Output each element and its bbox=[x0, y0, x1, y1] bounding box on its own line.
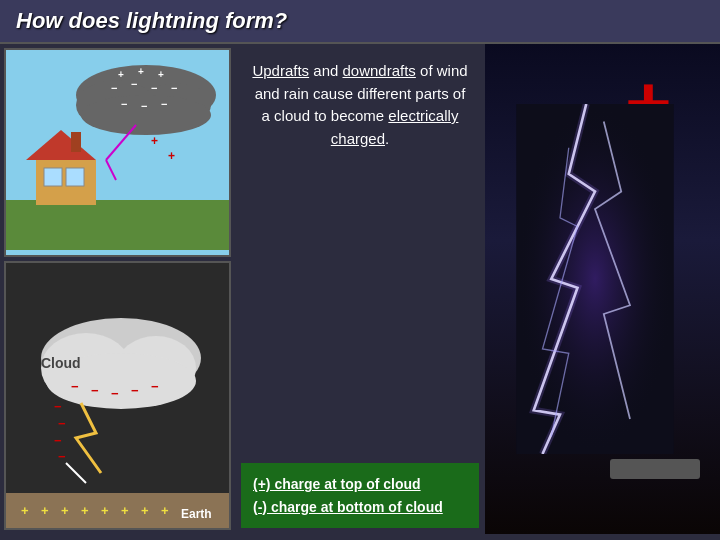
svg-text:−: − bbox=[54, 433, 62, 448]
svg-text:−: − bbox=[131, 383, 139, 398]
charge-info-box: (+) charge at top of cloud (-) charge at… bbox=[241, 463, 479, 528]
negative-charge-bar bbox=[610, 459, 700, 479]
lightning-background: + bbox=[485, 44, 720, 534]
svg-text:+: + bbox=[121, 503, 129, 518]
svg-text:+: + bbox=[141, 503, 149, 518]
main-text-box: Updrafts and downdrafts of wind and rain… bbox=[241, 50, 479, 459]
svg-text:+: + bbox=[138, 66, 144, 77]
svg-text:+: + bbox=[118, 69, 124, 80]
svg-text:−: − bbox=[171, 82, 177, 94]
middle-panel: Updrafts and downdrafts of wind and rain… bbox=[235, 44, 485, 534]
svg-text:−: − bbox=[151, 379, 159, 394]
title-bar: How does lightning form? bbox=[0, 0, 720, 44]
svg-text:Earth: Earth bbox=[181, 507, 212, 521]
svg-rect-22 bbox=[71, 132, 81, 152]
svg-text:−: − bbox=[54, 399, 62, 414]
svg-text:−: − bbox=[111, 386, 119, 401]
page-title: How does lightning form? bbox=[16, 8, 704, 34]
svg-text:+: + bbox=[61, 503, 69, 518]
svg-rect-23 bbox=[44, 168, 62, 186]
svg-text:−: − bbox=[58, 449, 66, 464]
svg-text:−: − bbox=[121, 98, 127, 110]
svg-text:−: − bbox=[58, 416, 66, 431]
cloud-charges-diagram: Cloud − − − − − − − − − bbox=[4, 261, 231, 530]
svg-text:−: − bbox=[131, 78, 137, 90]
svg-rect-24 bbox=[66, 168, 84, 186]
cloud-charges-svg: Cloud − − − − − − − − − bbox=[6, 263, 231, 530]
house-diagram-svg: − − − − − − − + + + + + bbox=[6, 50, 231, 250]
downdrafts-text: downdrafts bbox=[343, 62, 416, 79]
house-diagram: FIGURE 3 Leader and streamer meet to for… bbox=[4, 48, 231, 257]
svg-text:+: + bbox=[158, 69, 164, 80]
svg-text:−: − bbox=[91, 383, 99, 398]
svg-text:Cloud: Cloud bbox=[41, 355, 81, 371]
svg-text:−: − bbox=[151, 82, 157, 94]
svg-text:+: + bbox=[151, 134, 158, 148]
svg-text:−: − bbox=[71, 379, 79, 394]
and-text: and bbox=[309, 62, 342, 79]
period: . bbox=[385, 130, 389, 147]
main-page: How does lightning form? FIGURE 3 Leader… bbox=[0, 0, 720, 540]
svg-text:−: − bbox=[141, 100, 147, 112]
svg-text:+: + bbox=[101, 503, 109, 518]
svg-text:+: + bbox=[168, 149, 175, 163]
negative-charge-line: (-) charge at bottom of cloud bbox=[253, 496, 467, 518]
svg-rect-19 bbox=[6, 200, 231, 250]
updrafts-text: Updrafts bbox=[252, 62, 309, 79]
svg-text:−: − bbox=[161, 98, 167, 110]
right-panel: + bbox=[485, 44, 720, 534]
left-panel: FIGURE 3 Leader and streamer meet to for… bbox=[0, 44, 235, 534]
svg-text:−: − bbox=[111, 82, 117, 94]
lightning-photo-svg bbox=[505, 104, 685, 454]
positive-charge-line: (+) charge at top of cloud bbox=[253, 473, 467, 495]
svg-text:+: + bbox=[21, 503, 29, 518]
svg-text:+: + bbox=[161, 503, 169, 518]
svg-text:+: + bbox=[41, 503, 49, 518]
content-area: FIGURE 3 Leader and streamer meet to for… bbox=[0, 44, 720, 534]
svg-text:+: + bbox=[81, 503, 89, 518]
